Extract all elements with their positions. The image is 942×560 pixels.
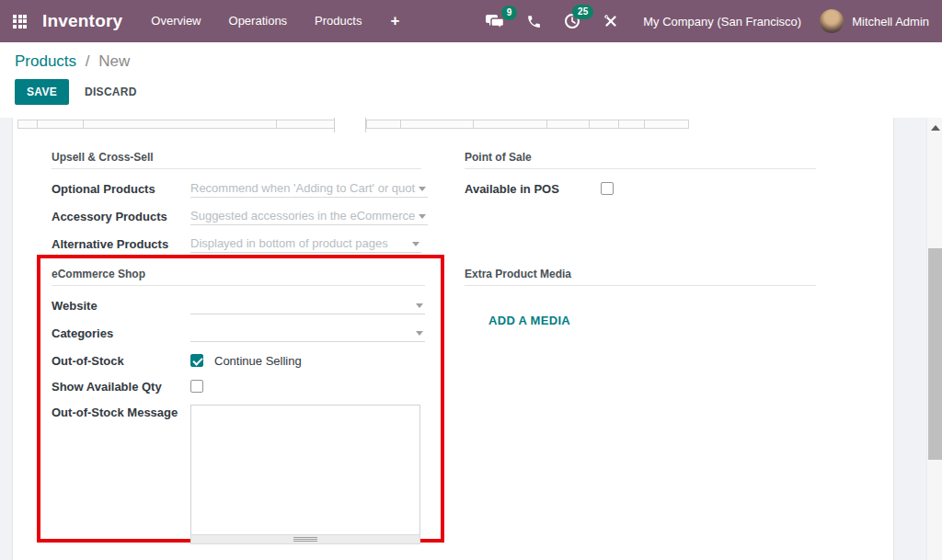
breadcrumb-current: New <box>98 52 130 70</box>
discard-button[interactable]: DISCARD <box>85 86 137 98</box>
vertical-scrollbar[interactable] <box>926 118 942 560</box>
systray: 9 25 My Company (San Francisco) Mitchell <box>475 9 929 33</box>
company-switcher[interactable]: My Company (San Francisco) <box>643 15 801 29</box>
group-title-ecommerce: eCommerce Shop <box>52 268 425 286</box>
add-a-media-button[interactable]: ADD A MEDIA <box>488 314 570 327</box>
notebook-tab-stub[interactable] <box>17 120 38 129</box>
notebook-tab-stub[interactable] <box>618 120 645 129</box>
page-gutter-right <box>893 118 926 560</box>
field-row-alternative-products: Alternative Products Displayed in bottom… <box>52 236 421 253</box>
form-sheet: Upsell & Cross-Sell Optional Products Re… <box>0 118 942 560</box>
group-title-upsell: Upsell & Cross-Sell <box>52 151 421 169</box>
field-label: Alternative Products <box>52 236 190 251</box>
notebook-tab-stub[interactable] <box>276 120 335 129</box>
alternative-products-field[interactable]: Displayed in bottom of product pages <box>190 236 421 253</box>
save-button[interactable]: SAVE <box>15 79 69 105</box>
notebook-tab-stub[interactable] <box>366 120 401 129</box>
out-of-stock-message-group <box>190 405 420 544</box>
website-field[interactable] <box>190 298 425 314</box>
field-row-optional-products: Optional Products Recommend when 'Adding… <box>52 181 421 198</box>
phone-icon[interactable] <box>515 14 553 29</box>
activities-clock-icon[interactable]: 25 <box>553 13 592 29</box>
notebook-tab-stub[interactable] <box>83 120 277 129</box>
group-title-media: Extra Product Media <box>465 268 816 286</box>
field-label: Categories <box>52 326 190 340</box>
field-placeholder: Displayed in bottom of product pages <box>190 236 421 250</box>
out-of-stock-message-textarea[interactable] <box>190 405 420 534</box>
control-panel-buttons: SAVE DISCARD <box>15 79 927 105</box>
notebook-tab-stub[interactable] <box>37 120 84 129</box>
breadcrumb-separator: / <box>86 52 90 70</box>
field-label: Website <box>52 298 190 313</box>
available-in-pos-checkbox[interactable] <box>601 182 614 195</box>
activities-badge: 25 <box>572 5 593 19</box>
accessory-products-field[interactable]: Suggested accessories in the eCommerce <box>190 209 428 225</box>
field-placeholder <box>190 298 425 312</box>
field-row-show-available-qty: Show Available Qty <box>52 379 425 394</box>
chevron-down-icon <box>416 331 423 336</box>
show-available-qty-checkbox[interactable] <box>190 380 203 393</box>
notebook-tab-stub[interactable] <box>644 120 689 129</box>
group-point-of-sale: Point of Sale Available in POS <box>465 151 816 207</box>
notebook-tab-stub[interactable] <box>546 120 590 129</box>
field-placeholder <box>190 326 425 339</box>
control-panel: Products / New SAVE DISCARD <box>0 42 942 118</box>
user-avatar[interactable] <box>820 9 844 33</box>
menu-item-products[interactable]: Products <box>301 0 375 42</box>
tools-icon[interactable] <box>592 13 630 29</box>
menu-item-overview[interactable]: Overview <box>137 0 214 42</box>
notebook-tab-stub[interactable] <box>589 120 619 129</box>
group-upsell: Upsell & Cross-Sell Optional Products Re… <box>52 151 421 264</box>
menu-item-operations[interactable]: Operations <box>215 0 302 42</box>
field-label: Show Available Qty <box>52 379 190 394</box>
scroll-up-arrow-icon[interactable] <box>931 125 940 131</box>
field-label: Optional Products <box>52 181 190 196</box>
group-title-pos: Point of Sale <box>465 151 816 169</box>
scrollbar-thumb[interactable] <box>928 248 942 460</box>
field-row-website: Website <box>52 298 425 314</box>
menu-item-plus[interactable]: + <box>375 12 414 30</box>
apps-menu-icon[interactable] <box>13 15 27 29</box>
page-gutter-left <box>0 118 13 560</box>
optional-products-field[interactable]: Recommend when 'Adding to Cart' or quot <box>190 181 428 198</box>
notebook-tab-stub[interactable] <box>473 120 547 129</box>
notebook-tab-stub[interactable] <box>400 120 474 129</box>
continue-selling-label: Continue Selling <box>214 353 302 368</box>
user-name[interactable]: Mitchell Admin <box>852 15 929 29</box>
chevron-down-icon <box>416 303 423 308</box>
messages-icon[interactable]: 9 <box>475 14 515 29</box>
top-navbar: Inventory Overview Operations Products +… <box>0 0 942 42</box>
field-row-available-in-pos: Available in POS <box>465 181 816 196</box>
breadcrumb-products[interactable]: Products <box>15 52 76 70</box>
continue-selling-checkbox[interactable] <box>190 354 203 367</box>
group-extra-product-media: Extra Product Media ADD A MEDIA <box>465 268 816 328</box>
notebook-tab-active[interactable] <box>334 118 366 132</box>
field-row-categories: Categories <box>52 326 425 342</box>
chevron-down-icon <box>419 214 426 219</box>
field-placeholder: Recommend when 'Adding to Cart' or quot <box>190 181 428 195</box>
field-label: Accessory Products <box>52 209 190 223</box>
field-label: Out-of-Stock <box>52 353 190 368</box>
chevron-down-icon <box>419 187 426 191</box>
app-brand[interactable]: Inventory <box>42 11 122 31</box>
highlight-box: eCommerce Shop Website Categories Out-of… <box>37 255 444 543</box>
field-label: Available in POS <box>465 181 601 196</box>
categories-field[interactable] <box>190 326 425 342</box>
field-row-out-of-stock-message: Out-of-Stock Message <box>52 405 425 544</box>
textarea-resize-bar[interactable] <box>190 534 420 544</box>
group-ecommerce-shop: eCommerce Shop Website Categories Out-of… <box>40 258 441 544</box>
main-menu: Overview Operations Products + <box>137 0 414 42</box>
field-row-out-of-stock: Out-of-Stock Continue Selling <box>52 353 425 368</box>
breadcrumb: Products / New <box>15 52 927 71</box>
field-label: Out-of-Stock Message <box>52 405 190 419</box>
chevron-down-icon <box>412 242 419 246</box>
field-row-accessory-products: Accessory Products Suggested accessories… <box>52 209 421 225</box>
resize-grip-icon <box>293 537 317 542</box>
field-placeholder: Suggested accessories in the eCommerce <box>190 209 428 223</box>
